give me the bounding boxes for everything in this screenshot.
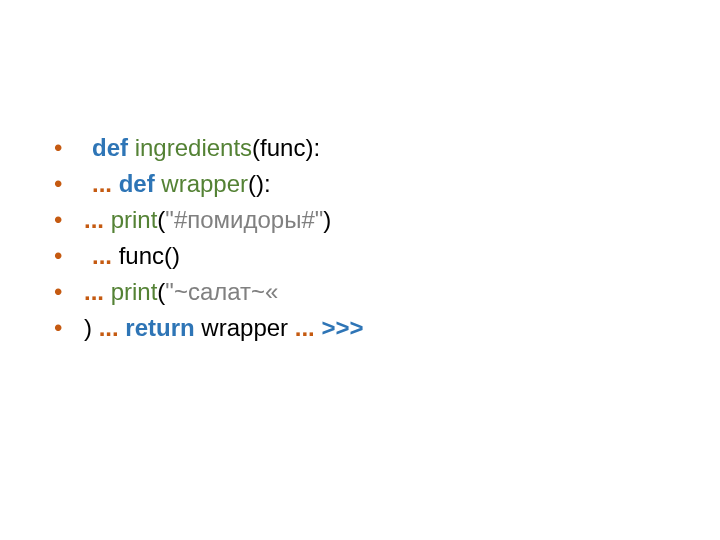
keyword-return: return	[125, 314, 201, 341]
code-text: wrapper	[201, 314, 294, 341]
continuation-dots: ...	[295, 314, 322, 341]
keyword-def: def	[119, 170, 162, 197]
continuation-dots: ...	[92, 170, 119, 197]
code-text: func()	[119, 242, 180, 269]
code-line: def ingredients(func):	[54, 130, 720, 166]
code-line: ... def wrapper():	[54, 166, 720, 202]
func-name: wrapper	[161, 170, 248, 197]
continuation-dots: ...	[84, 278, 111, 305]
code-line: ... print("~салат~«	[54, 274, 720, 310]
code-text: )	[323, 206, 331, 233]
code-line: ) ... return wrapper ... >>>	[54, 310, 720, 346]
code-text: (func):	[252, 134, 320, 161]
string-literal: "#помидоры#"	[165, 206, 323, 233]
repl-prompt: >>>	[321, 314, 363, 341]
func-name: print	[111, 206, 158, 233]
code-line: ... func()	[54, 238, 720, 274]
func-name: ingredients	[135, 134, 252, 161]
func-name: print	[111, 278, 158, 305]
continuation-dots: ...	[84, 206, 111, 233]
continuation-dots: ...	[92, 242, 119, 269]
string-literal: "~салат~«	[165, 278, 278, 305]
keyword-def: def	[92, 134, 135, 161]
continuation-dots: ...	[99, 314, 126, 341]
code-list: def ingredients(func): ... def wrapper()…	[0, 0, 720, 346]
code-text: )	[84, 314, 99, 341]
code-line: ... print("#помидоры#")	[54, 202, 720, 238]
code-text: ():	[248, 170, 271, 197]
